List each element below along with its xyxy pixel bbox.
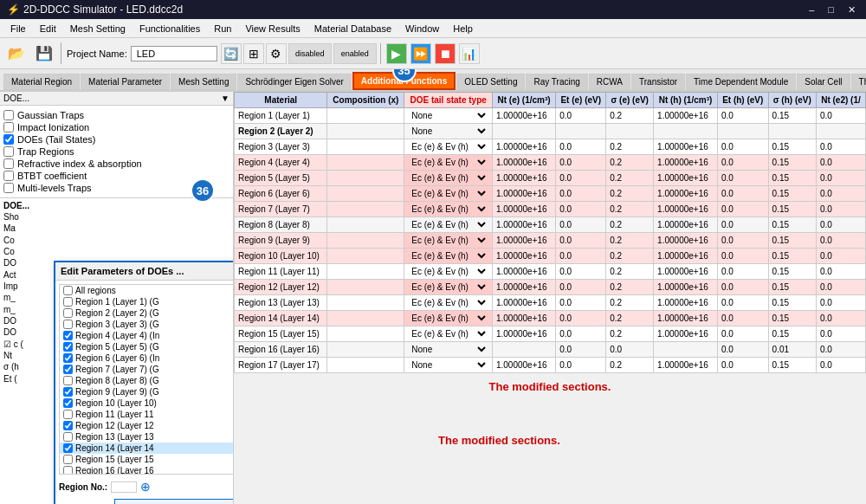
open-btn[interactable]: 📂 [3,42,29,64]
tail-type-select[interactable]: NoneEc (e) & Ev (h)Ec (e)Ev (h) [408,126,488,137]
region-checkbox-0[interactable] [63,286,73,295]
tab-material-parameter[interactable]: Material Parameter [81,74,170,90]
tab-solar-cell[interactable]: Solar Cell [797,74,850,90]
region-checkbox-14[interactable] [63,443,73,453]
menu-run[interactable]: Run [207,22,238,36]
region-item-3[interactable]: Region 3 (Layer 3) (G [60,319,234,330]
table-cell[interactable]: NoneEc (e) & Ev (h)Ec (e)Ev (h) [404,358,493,373]
tail-type-select[interactable]: NoneEc (e) & Ev (h)Ec (e)Ev (h) [408,219,488,230]
region-checkbox-8[interactable] [63,376,73,385]
tail-type-select[interactable]: NoneEc (e) & Ev (h)Ec (e)Ev (h) [408,250,488,262]
tab-oled[interactable]: OLED Setting [456,74,525,90]
enabled-btn[interactable]: enabled [333,43,377,64]
menu-help[interactable]: Help [446,22,480,36]
region-item-1[interactable]: Region 1 (Layer 1) (G [60,296,234,307]
region-item-16[interactable]: Region 16 (Layer 16 [60,465,234,475]
region-item-10[interactable]: Region 10 (Layer 10) [60,397,234,409]
menu-window[interactable]: Window [398,22,446,36]
tail-type-select[interactable]: NoneEc (e) & Ev (h)Ec (e)Ev (h) [408,266,488,277]
region-checkbox-5[interactable] [63,342,73,352]
region-item-4[interactable]: Region 4 (Layer 4) (In [60,330,234,341]
tab-thermal[interactable]: Thermal [851,74,866,90]
tab-schrodinger[interactable]: Schrödinger Eigen Solver [237,74,351,90]
region-checkbox-16[interactable] [63,466,73,475]
checkbox-trap-input[interactable] [3,146,14,157]
close-button[interactable]: ✕ [844,4,859,16]
region-item-0[interactable]: All regions [60,285,234,296]
menu-mesh-setting[interactable]: Mesh Setting [63,22,132,36]
tail-type-select[interactable]: NoneEc (e) & Ev (h)Ec (e)Ev (h) [408,172,488,184]
maximize-button[interactable]: □ [824,4,837,16]
tab-rcwa[interactable]: RCWA [589,74,630,90]
region-checkbox-10[interactable] [63,398,73,408]
region-checkbox-3[interactable] [63,320,73,329]
tab-transistor[interactable]: Transistor [631,74,685,90]
checkbox-gaussian-input[interactable] [3,110,14,120]
region-item-5[interactable]: Region 5 (Layer 5) (G [60,341,234,352]
region-checkbox-7[interactable] [63,365,73,374]
table-cell[interactable]: NoneEc (e) & Ev (h)Ec (e)Ev (h) [404,186,493,202]
region-item-2[interactable]: Region 2 (Layer 2) (G [60,307,234,319]
region-item-11[interactable]: Region 11 (Layer 11 [60,409,234,420]
title-bar-controls[interactable]: – □ ✕ [805,4,859,16]
table-cell[interactable]: NoneEc (e) & Ev (h)Ec (e)Ev (h) [404,280,493,295]
fast-forward-btn[interactable]: ⏩ [410,43,431,64]
region-checkbox-2[interactable] [63,308,73,318]
table-cell[interactable]: NoneEc (e) & Ev (h)Ec (e)Ev (h) [404,155,493,171]
menu-material-db[interactable]: Material Database [307,22,398,36]
tail-type-select[interactable]: NoneEc (e) & Ev (h)Ec (e)Ev (h) [408,188,488,199]
tail-type-select[interactable]: NoneEc (e) & Ev (h)Ec (e)Ev (h) [408,359,488,371]
table-cell[interactable]: NoneEc (e) & Ev (h)Ec (e)Ev (h) [404,202,493,217]
tail-type-select[interactable]: NoneEc (e) & Ev (h)Ec (e)Ev (h) [408,297,488,308]
region-item-14[interactable]: Region 14 (Layer 14 [60,443,234,454]
table-cell[interactable]: NoneEc (e) & Ev (h)Ec (e)Ev (h) [404,217,493,233]
region-item-8[interactable]: Region 8 (Layer 8) (G [60,375,234,386]
parameter-select[interactable]: DOE tail state type Nt (e) Et (e) σ (e) [114,499,234,504]
region-checkbox-9[interactable] [63,387,73,397]
save-btn[interactable]: 💾 [31,42,57,64]
tail-type-select[interactable]: NoneEc (e) & Ev (h)Ec (e)Ev (h) [408,204,488,215]
disabled-btn[interactable]: disabled [288,43,332,64]
table-cell[interactable]: NoneEc (e) & Ev (h)Ec (e)Ev (h) [404,249,493,264]
region-checkbox-1[interactable] [63,297,73,307]
checkbox-refractive-input[interactable] [3,158,14,169]
region-checkbox-11[interactable] [63,410,73,419]
minimize-button[interactable]: – [805,4,818,16]
region-checkbox-6[interactable] [63,353,73,363]
table-cell[interactable]: NoneEc (e) & Ev (h)Ec (e)Ev (h) [404,171,493,186]
region-item-15[interactable]: Region 15 (Layer 15 [60,454,234,465]
tab-ray-tracing[interactable]: Ray Tracing [526,74,587,90]
region-no-input[interactable] [111,481,137,493]
region-item-13[interactable]: Region 13 (Layer 13 [60,431,234,443]
region-item-12[interactable]: Region 12 (Layer 12 [60,420,234,431]
region-checkbox-4[interactable] [63,331,73,340]
menu-edit[interactable]: Edit [33,22,63,36]
menu-view-results[interactable]: View Results [238,22,307,36]
settings-btn[interactable]: ⚙ [266,43,287,64]
table-cell[interactable]: NoneEc (e) & Ev (h)Ec (e)Ev (h) [404,233,493,249]
checkbox-multilevel-input[interactable] [3,183,14,193]
tail-type-select[interactable]: NoneEc (e) & Ev (h)Ec (e)Ev (h) [408,235,488,246]
project-name-input[interactable] [131,46,217,61]
tab-time-dependent[interactable]: Time Dependent Module [686,74,796,90]
table-cell[interactable]: NoneEc (e) & Ev (h)Ec (e)Ev (h) [404,311,493,326]
chart-btn[interactable]: 📊 [459,43,480,64]
table-cell[interactable]: NoneEc (e) & Ev (h)Ec (e)Ev (h) [404,264,493,280]
region-checkbox-15[interactable] [63,455,73,464]
table-cell[interactable]: NoneEc (e) & Ev (h)Ec (e)Ev (h) [404,326,493,342]
tail-type-select[interactable]: NoneEc (e) & Ev (h)Ec (e)Ev (h) [408,344,488,355]
table-cell[interactable]: NoneEc (e) & Ev (h)Ec (e)Ev (h) [404,139,493,155]
tail-type-select[interactable]: NoneEc (e) & Ev (h)Ec (e)Ev (h) [408,157,488,168]
tail-type-select[interactable]: NoneEc (e) & Ev (h)Ec (e)Ev (h) [408,328,488,339]
tail-type-select[interactable]: NoneEc (e) & Ev (h)Ec (e)Ev (h) [408,281,488,293]
table-cell[interactable]: NoneEc (e) & Ev (h)Ec (e)Ev (h) [404,295,493,311]
play-btn[interactable]: ▶ [386,43,407,64]
grid-btn[interactable]: ⊞ [243,43,264,64]
tab-mesh-setting[interactable]: Mesh Setting [171,74,236,90]
region-item-6[interactable]: Region 6 (Layer 6) (In [60,352,234,364]
region-item-7[interactable]: Region 7 (Layer 7) (G [60,364,234,375]
tail-type-select[interactable]: NoneEc (e) & Ev (h)Ec (e)Ev (h) [408,313,488,324]
checkbox-btbt-input[interactable] [3,171,14,181]
region-checkbox-13[interactable] [63,432,73,442]
tab-additional-functions[interactable]: Additional Functions 35 [352,72,456,90]
